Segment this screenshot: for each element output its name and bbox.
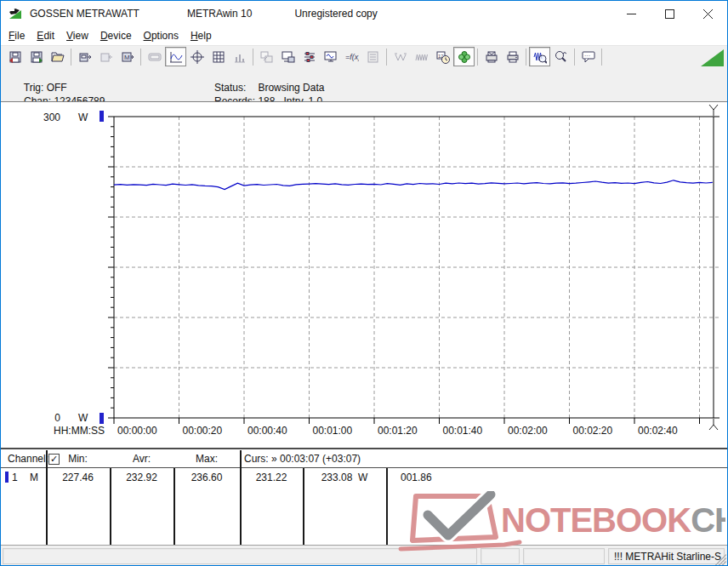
toolbar-separator (386, 49, 387, 66)
channel-number: 1 (12, 472, 18, 483)
toolbar: M=f(x)12··· (1, 45, 727, 67)
y-unit-label: W (78, 412, 88, 424)
cursor-a-value: 231.22 (240, 472, 303, 483)
close-button[interactable] (689, 1, 727, 26)
formula-icon[interactable]: =f(x) (341, 47, 362, 66)
close-icon (703, 9, 713, 19)
read-device-icon[interactable] (74, 47, 95, 66)
max-value: 236.60 (173, 472, 240, 483)
trigger-wave-icon (390, 47, 411, 66)
svg-text:M: M (124, 54, 130, 61)
title-bar: GOSSEN METRAWATT METRAwin 10 Unregistere… (1, 1, 727, 26)
cursor-delta-value: 001.86 (401, 472, 432, 483)
col-channel-label: Channel: (8, 453, 48, 465)
toolbar-separator (574, 49, 575, 66)
toolbar-separator (140, 49, 141, 66)
maximize-icon (665, 9, 674, 19)
x-tick-label: 00:00:00 (117, 425, 157, 437)
x-tick-label: 00:00:20 (183, 425, 223, 437)
table-header-row: Channel: ✓ Min: Avr: Max: Curs: » 00:03:… (1, 450, 727, 467)
crosshair-icon[interactable] (186, 47, 208, 66)
menu-item-help[interactable]: Help (185, 28, 218, 43)
toolbar-separator (601, 49, 602, 66)
curve-chart-icon[interactable] (165, 47, 186, 66)
col-avr-label: Avr: (110, 453, 173, 465)
menu-item-file[interactable]: File (3, 28, 31, 43)
print-report-icon[interactable] (481, 47, 502, 66)
window-controls (612, 1, 727, 26)
app-window: GOSSEN METRAWATT METRAwin 10 Unregistere… (0, 0, 728, 566)
y-max-label: 300 (43, 111, 60, 123)
menu-item-edit[interactable]: Edit (31, 28, 60, 43)
print-icon[interactable] (502, 47, 523, 66)
x-tick-label: 00:01:20 (378, 425, 418, 437)
x-tick-label: 00:02:20 (573, 425, 613, 437)
x-tick-label: 00:01:40 (443, 425, 483, 437)
table-divider (46, 450, 48, 545)
online-monitor-icon[interactable] (320, 47, 341, 66)
logo-text-secondary: CHECK (691, 501, 725, 539)
cursor-bottom-marker[interactable] (709, 419, 718, 430)
clover-icon[interactable] (453, 47, 475, 66)
timer-icon[interactable]: 12 (432, 47, 453, 66)
svg-text:···: ··· (584, 52, 590, 58)
title-company: GOSSEN METRAWATT (30, 8, 139, 20)
y-min-label: 0 (54, 412, 60, 424)
col-min-label: Min: (46, 453, 110, 465)
save-as-icon[interactable] (26, 47, 47, 66)
channel-mode: M (30, 472, 38, 483)
toolbar-separator (71, 49, 71, 66)
minimize-icon (627, 9, 636, 19)
cursor-top-marker[interactable] (709, 105, 718, 116)
maximize-button[interactable] (651, 1, 689, 26)
title-app: METRAwin 10 (187, 8, 252, 20)
menu-item-view[interactable]: View (60, 28, 94, 43)
menu-bar: FileEditViewDeviceOptionsHelp (1, 26, 727, 45)
toolbar-separator (477, 49, 478, 66)
notebookcheck-logo: NOTEBOOKCHECK (392, 491, 725, 554)
multimeter-display-icon (144, 47, 165, 66)
io-panel-icon (362, 47, 384, 66)
avr-value: 232.92 (110, 472, 173, 483)
save-icon[interactable] (4, 47, 26, 66)
table-divider (240, 450, 242, 545)
title-license: Unregistered copy (294, 8, 377, 20)
toolbar-separator (253, 49, 253, 66)
data-line[interactable] (114, 180, 713, 190)
channel-settings-icon[interactable] (299, 47, 320, 66)
x-tick-label: 00:01:00 (313, 425, 353, 437)
window-transfer-icon (256, 47, 277, 66)
toolbar-separator (526, 49, 526, 66)
cursor-b-value: 233.08 W (303, 472, 386, 483)
range-marker-bottom (100, 413, 104, 424)
resize-grip[interactable] (715, 554, 726, 565)
minimize-button[interactable] (612, 1, 651, 26)
range-marker-top (100, 111, 104, 122)
svg-text:NOTEBOOKCHECK: NOTEBOOKCHECK (501, 501, 725, 539)
histogram-icon (229, 47, 250, 66)
chart-panel: 00:00:0000:00:2000:00:4000:01:0000:01:20… (1, 101, 727, 448)
dense-wave-icon (411, 47, 432, 66)
chart-canvas[interactable]: 00:00:0000:00:2000:00:4000:01:0000:01:20… (1, 102, 728, 449)
menu-item-device[interactable]: Device (94, 28, 138, 43)
x-tick-label: 00:00:40 (247, 425, 287, 437)
open-file-icon[interactable] (47, 47, 68, 66)
cursor-readout-label: Curs: » 00:03:07 (+03:07) (244, 453, 361, 465)
menu-item-options[interactable]: Options (138, 28, 185, 43)
memory-icon[interactable]: M (117, 47, 138, 66)
min-value: 227.46 (46, 472, 110, 483)
device-store-icon[interactable] (277, 47, 299, 66)
x-tick-label: 00:02:00 (508, 425, 548, 437)
data-table-icon[interactable] (208, 47, 229, 66)
x-tick-label: 00:02:40 (638, 425, 678, 437)
zoom-select-icon[interactable] (550, 47, 572, 66)
logo-text-primary: NOTEBOOK (501, 501, 691, 539)
col-max-label: Max: (173, 453, 240, 465)
tooltip-icon[interactable]: ··· (577, 47, 599, 66)
table-divider (386, 468, 388, 545)
app-logo-icon (9, 7, 23, 20)
zoom-curve-icon[interactable] (529, 47, 550, 66)
toolbar-green-triangle-icon (701, 49, 724, 66)
info-panel: Trig: OFF Chan: 123456789 Status:Browsin… (1, 67, 727, 101)
y-unit-label: W (78, 111, 88, 123)
